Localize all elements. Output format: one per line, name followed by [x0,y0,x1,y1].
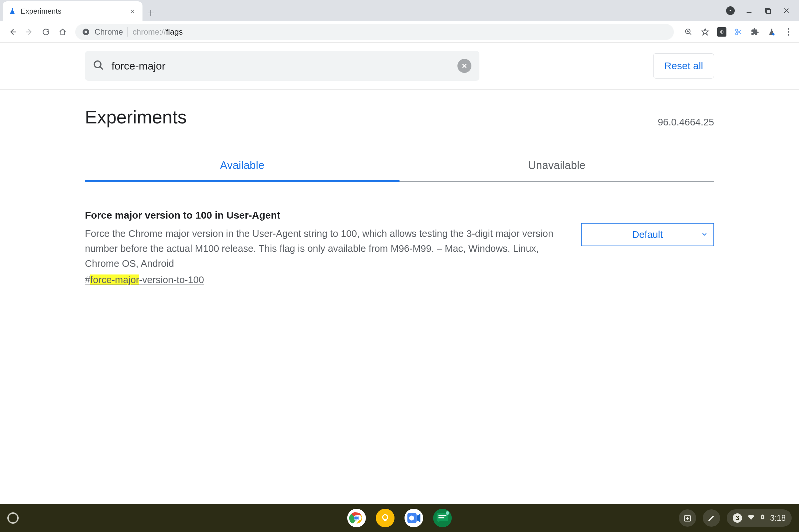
svg-rect-1 [767,10,771,14]
extension-1-icon[interactable] [717,27,726,37]
search-icon [93,60,104,72]
close-window-icon[interactable] [782,6,791,15]
flags-search-input[interactable] [112,60,450,72]
zoom-icon[interactable] [684,27,693,37]
flags-search-box[interactable] [85,51,479,81]
svg-point-12 [355,516,358,519]
svg-point-7 [773,33,775,35]
page-title: Experiments [85,107,187,128]
omnibox-url: chrome://flags [132,27,183,37]
flag-title: Force major version to 100 in User-Agent [85,210,564,221]
omnibox-chip: Chrome [95,27,123,37]
tab-available[interactable]: Available [85,151,400,181]
clock: 3:18 [770,513,786,523]
minimize-window-icon[interactable] [744,6,754,15]
flag-anchor-link[interactable]: #force-major-version-to-100 [85,274,204,285]
flags-tabs: Available Unavailable [85,151,714,182]
flag-state-select[interactable]: Default [581,223,714,246]
svg-rect-18 [439,517,444,518]
svg-rect-17 [439,515,446,516]
maximize-window-icon[interactable] [763,6,773,15]
shelf-tote-icon[interactable] [679,509,696,527]
svg-rect-22 [762,515,763,515]
flag-description: Force the Chrome major version in the Us… [85,226,564,271]
app-keep-icon[interactable] [376,509,394,527]
svg-point-15 [409,515,414,520]
notification-count-badge: 3 [733,513,742,523]
close-tab-icon[interactable] [129,7,136,15]
reset-all-button[interactable]: Reset all [653,53,714,78]
svg-point-3 [85,31,87,33]
version-label: 96.0.4664.25 [658,117,714,128]
flag-state-value: Default [632,229,663,240]
launcher-button[interactable] [7,512,19,524]
flag-entry: Force major version to 100 in User-Agent… [85,210,714,285]
flask-icon [9,8,16,15]
svg-point-19 [446,511,449,515]
extensions-puzzle-icon[interactable] [750,27,760,37]
svg-point-8 [94,61,101,68]
chevron-down-icon [701,229,708,240]
labs-flask-icon[interactable] [767,27,776,37]
scissors-icon[interactable] [734,27,743,37]
clear-search-icon[interactable] [458,59,471,73]
svg-point-13 [383,515,388,520]
bookmark-star-icon[interactable] [701,27,710,37]
chrome-icon [82,28,90,36]
tab-unavailable[interactable]: Unavailable [400,151,714,181]
tab-title: Experiments [21,7,124,16]
new-tab-button[interactable] [143,5,159,21]
reload-button[interactable] [39,25,53,39]
back-button[interactable] [6,25,19,39]
battery-icon [760,513,765,524]
home-button[interactable] [56,25,69,39]
app-chrome-icon[interactable] [347,509,366,527]
wifi-icon [747,513,756,524]
forward-button [23,25,36,39]
divider [128,27,128,37]
shelf-stylus-icon[interactable] [703,509,720,527]
account-menu-icon[interactable] [726,6,735,15]
browser-tab[interactable]: Experiments [3,1,143,21]
app-messages-icon[interactable] [433,509,452,527]
app-duo-icon[interactable] [405,509,423,527]
browser-menu-icon[interactable] [784,27,793,37]
address-bar[interactable]: Chrome chrome://flags [75,24,674,40]
status-tray[interactable]: 3 3:18 [727,509,792,527]
